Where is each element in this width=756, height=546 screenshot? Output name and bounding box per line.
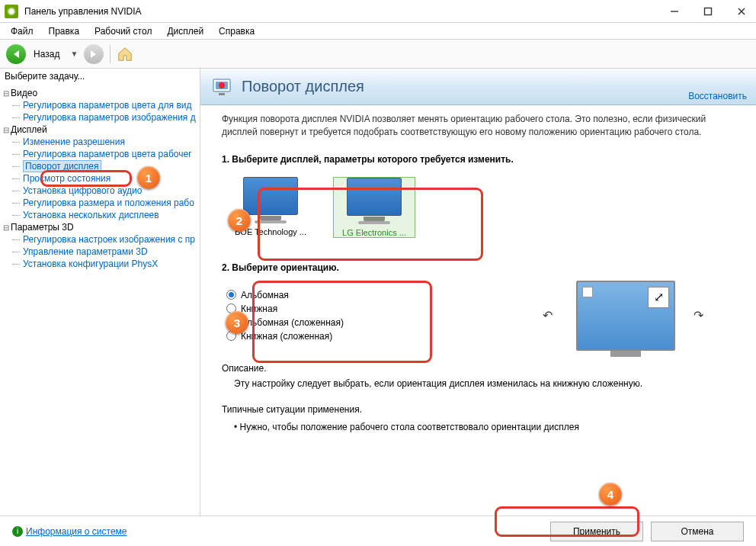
preview-monitor-icon: ⤢	[576, 281, 675, 351]
page-title: Поворот дисплея	[242, 78, 688, 95]
restore-link[interactable]: Восстановить	[688, 91, 747, 101]
nav-back-button[interactable]	[6, 44, 26, 64]
task-label: Выберите задачу...	[0, 69, 200, 84]
nvidia-app-icon	[5, 5, 18, 18]
radio-icon	[226, 317, 236, 327]
step1-heading: 1. Выберите дисплей, параметры которого …	[222, 154, 739, 165]
sidebar: Выберите задачу... ⊟Видео Регулировка па…	[0, 69, 200, 515]
description-body: Эту настройку следует выбрать, если орие…	[234, 377, 739, 390]
task-tree[interactable]: ⊟Видео Регулировка параметров цвета для …	[0, 84, 200, 515]
nav-back-label: Назад	[34, 49, 59, 59]
radio-icon	[226, 290, 236, 300]
cancel-button[interactable]: Отмена	[651, 522, 744, 541]
system-info-link[interactable]: i Информация о системе	[12, 526, 127, 537]
toolbar: Назад ▼	[0, 40, 756, 69]
intro-text: Функция поворота дисплея NVIDIA позволяе…	[222, 113, 739, 139]
display-item-0[interactable]: BOE Technology ...	[229, 177, 312, 238]
step2-heading: 2. Выберите ориентацию.	[222, 262, 739, 273]
orientation-preview: ↶ ⤢ ↷	[543, 281, 709, 351]
chevron-down-icon[interactable]: ▼	[70, 50, 78, 58]
display-caption: LG Electronics ...	[334, 228, 415, 237]
tree-leaf[interactable]: Управление параметрами 3D	[2, 246, 198, 258]
menubar: Файл Правка Рабочий стол Дисплей Справка	[0, 23, 756, 40]
main-header: Поворот дисплея Восстановить	[200, 69, 756, 105]
apply-button[interactable]: Применить	[550, 522, 643, 541]
tree-leaf[interactable]: Регулировка параметров изображения д	[2, 111, 198, 124]
tree-leaf[interactable]: Установка нескольких дисплеев	[2, 209, 198, 221]
radio-landscape[interactable]: Альбомная	[226, 288, 344, 302]
svg-rect-7	[219, 93, 225, 95]
svg-point-6	[219, 82, 225, 88]
tree-leaf[interactable]: Регулировка настроек изображения с пр	[2, 233, 198, 246]
situation-item: Нужно, чтобы положение рабочего стола со…	[234, 418, 739, 436]
tree-leaf[interactable]: Изменение разрешения	[2, 136, 198, 148]
tree-leaf[interactable]: Регулировка размера и положения рабо	[2, 197, 198, 209]
radio-icon	[226, 304, 236, 313]
svg-rect-1	[705, 8, 712, 14]
tree-group-video[interactable]: ⊟Видео	[2, 87, 198, 99]
radio-landscape-flipped[interactable]: Альбомная (сложенная)	[226, 316, 344, 329]
orientation-radios: Альбомная Книжная Альбомная (сложенная) …	[222, 285, 344, 346]
nav-forward-button[interactable]	[84, 44, 104, 64]
description-heading: Описание.	[222, 363, 739, 374]
radio-portrait-flipped[interactable]: Книжная (сложенная)	[226, 329, 344, 343]
menu-edit[interactable]: Правка	[43, 24, 86, 38]
monitor-icon	[347, 178, 402, 216]
main-panel: Поворот дисплея Восстановить Функция пов…	[200, 69, 756, 515]
maximize-button[interactable]	[698, 2, 718, 21]
menu-help[interactable]: Справка	[213, 24, 261, 38]
close-button[interactable]	[732, 2, 751, 21]
tree-leaf[interactable]: Установка конфигурации PhysX	[2, 258, 198, 270]
menu-desktop[interactable]: Рабочий стол	[88, 24, 158, 38]
tree-leaf[interactable]: Просмотр состояния	[2, 172, 198, 185]
rotate-display-icon	[210, 75, 234, 99]
tree-group-display[interactable]: ⊟Дисплей	[2, 124, 198, 136]
tree-leaf[interactable]: Регулировка параметров цвета рабочег	[2, 148, 198, 160]
situations-heading: Типичные ситуации применения.	[222, 404, 739, 415]
titlebar: Панель управления NVIDIA	[0, 0, 756, 23]
toolbar-separator	[110, 45, 111, 63]
tree-leaf[interactable]: Установка цифрового аудио	[2, 185, 198, 197]
display-caption: BOE Technology ...	[229, 227, 312, 236]
menu-display[interactable]: Дисплей	[161, 24, 210, 38]
display-picker: BOE Technology ... LG Electronics ...	[222, 172, 739, 242]
info-icon: i	[12, 526, 23, 537]
display-item-1[interactable]: LG Electronics ...	[333, 177, 415, 238]
rotate-right-button[interactable]: ↷	[694, 308, 709, 323]
window-title: Панель управления NVIDIA	[24, 6, 665, 17]
footer: i Информация о системе Применить Отмена	[0, 515, 756, 546]
tree-leaf-rotate-display[interactable]: Поворот дисплея	[2, 160, 198, 172]
menu-file[interactable]: Файл	[5, 24, 40, 38]
tree-group-3d[interactable]: ⊟Параметры 3D	[2, 221, 198, 233]
home-button[interactable]	[117, 46, 133, 63]
radio-icon	[226, 331, 236, 341]
minimize-button[interactable]	[665, 2, 684, 21]
rotate-left-button[interactable]: ↶	[543, 308, 558, 323]
tree-leaf[interactable]: Регулировка параметров цвета для вид	[2, 99, 198, 111]
radio-portrait[interactable]: Книжная	[226, 302, 344, 316]
monitor-icon	[243, 177, 298, 215]
rotate-tool-icon[interactable]: ⤢	[648, 287, 669, 308]
